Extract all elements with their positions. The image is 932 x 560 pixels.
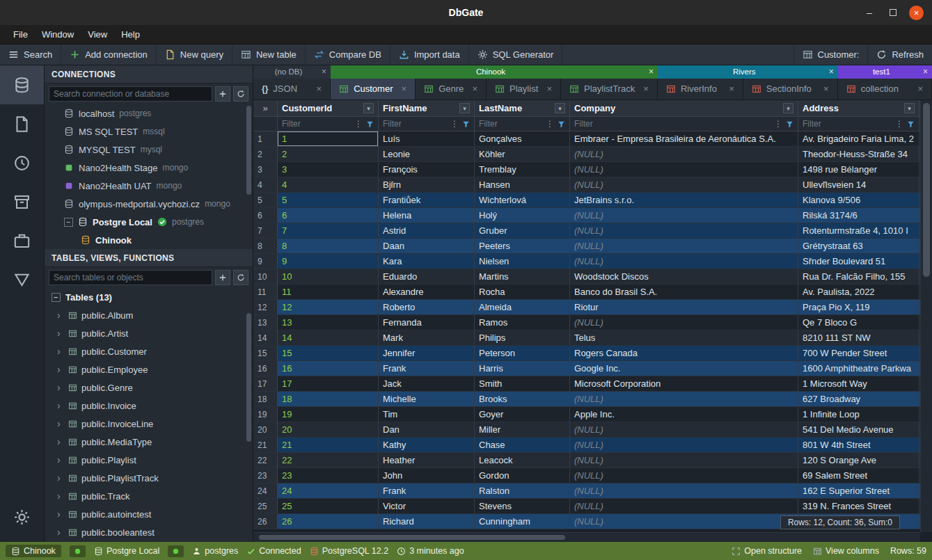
chevron-right-icon[interactable]: › bbox=[57, 509, 64, 520]
cell-customerid[interactable]: 15 bbox=[278, 346, 379, 360]
cell-firstname[interactable]: Frank bbox=[379, 483, 475, 498]
filter-input-customerid[interactable]: Filter⋮ bbox=[278, 117, 379, 131]
table-row[interactable]: 1616FrankHarrisGoogle Inc.1600 Amphithea… bbox=[253, 361, 920, 376]
cell-address[interactable]: 8210 111 ST NW bbox=[798, 330, 919, 345]
tab-playlisttrack[interactable]: PlaylistTrack× bbox=[561, 79, 658, 99]
tab-json[interactable]: {}JSON× bbox=[253, 79, 331, 99]
filter-menu-icon[interactable]: ⋮ bbox=[895, 119, 903, 129]
expand-columns-button[interactable]: » bbox=[253, 100, 278, 116]
chevron-right-icon[interactable]: › bbox=[57, 454, 64, 465]
cell-firstname[interactable]: Jennifer bbox=[379, 346, 475, 360]
table-row[interactable]: 1212RobertoAlmeidaRioturPraça Pio X, 119 bbox=[253, 300, 920, 315]
cell-lastname[interactable]: Köhler bbox=[475, 147, 570, 161]
close-button[interactable]: × bbox=[909, 6, 924, 20]
cell-lastname[interactable]: Gruber bbox=[475, 223, 570, 238]
cell-firstname[interactable]: Heather bbox=[379, 453, 475, 467]
cell-address[interactable]: 120 S Orange Ave bbox=[798, 453, 919, 467]
cell-firstname[interactable]: Frantiůek bbox=[379, 193, 475, 207]
cell-customerid[interactable]: 12 bbox=[278, 300, 379, 314]
cell-customerid[interactable]: 11 bbox=[278, 285, 379, 299]
connections-scrollbar[interactable] bbox=[246, 106, 251, 195]
cell-company[interactable]: JetBrains s.r.o. bbox=[570, 193, 798, 207]
cell-address[interactable]: 700 W Pender Street bbox=[798, 346, 919, 360]
table-item-public-invoiceline[interactable]: ›public.InvoiceLine bbox=[45, 415, 253, 433]
cell-lastname[interactable]: Peterson bbox=[475, 346, 570, 360]
table-item-public-booleantest[interactable]: ›public.booleantest bbox=[45, 523, 253, 541]
toolbar-compare-db-button[interactable]: Compare DB bbox=[306, 45, 390, 65]
cell-company[interactable]: (NULL) bbox=[570, 483, 798, 498]
table-item-public-playlisttrack[interactable]: ›public.PlaylistTrack bbox=[45, 469, 253, 487]
cell-firstname[interactable]: Helena bbox=[379, 208, 475, 223]
table-row[interactable]: 1414MarkPhilipsTelus8210 111 ST NW bbox=[253, 330, 920, 346]
connection-postgre-local[interactable]: −Postgre Localpostgres bbox=[45, 213, 253, 231]
column-header-customerid[interactable]: CustomerId▾ bbox=[278, 100, 379, 116]
column-header-firstname[interactable]: FirstName▾ bbox=[379, 100, 475, 116]
cell-firstname[interactable]: Jack bbox=[379, 376, 475, 391]
close-icon[interactable]: × bbox=[643, 83, 649, 94]
table-item-public-invoice[interactable]: ›public.Invoice bbox=[45, 397, 253, 415]
rail-filters-button[interactable] bbox=[0, 260, 44, 299]
table-row[interactable]: 1313FernandaRamos(NULL)Qe 7 Bloco G bbox=[253, 315, 920, 330]
add-table-mini-button[interactable] bbox=[215, 270, 230, 285]
toolbar-new-table-button[interactable]: New table bbox=[232, 45, 306, 65]
filter-menu-icon[interactable]: ⋮ bbox=[546, 119, 554, 129]
cell-customerid[interactable]: 19 bbox=[278, 407, 379, 422]
cell-firstname[interactable]: Kathy bbox=[379, 438, 475, 452]
cell-address[interactable]: Rilská 3174/6 bbox=[798, 208, 919, 223]
rail-history-button[interactable] bbox=[0, 143, 44, 182]
menu-view[interactable]: View bbox=[81, 27, 113, 42]
cell-company[interactable]: (NULL) bbox=[570, 147, 798, 161]
cell-address[interactable]: Rotenturmstraße 4, 1010 I bbox=[798, 223, 919, 238]
tab-sectioninfo[interactable]: SectionInfo× bbox=[743, 79, 838, 99]
connection-chinook[interactable]: Chinook bbox=[45, 231, 253, 249]
tab-riverinfo[interactable]: RiverInfo× bbox=[658, 79, 743, 99]
toolbar-search-button[interactable]: Search bbox=[0, 45, 61, 65]
minimize-button[interactable]: – bbox=[862, 5, 877, 20]
cell-customerid[interactable]: 13 bbox=[278, 315, 379, 330]
cell-lastname[interactable]: Almeida bbox=[475, 300, 570, 314]
cell-address[interactable]: 69 Salem Street bbox=[798, 468, 919, 483]
table-item-public-mediatype[interactable]: ›public.MediaType bbox=[45, 433, 253, 451]
cell-customerid[interactable]: 25 bbox=[278, 499, 379, 513]
cell-address[interactable]: Sřnder Boulevard 51 bbox=[798, 254, 919, 269]
toolbar-import-data-button[interactable]: Import data bbox=[390, 45, 469, 65]
cell-customerid[interactable]: 2 bbox=[278, 147, 379, 161]
cell-company[interactable]: (NULL) bbox=[570, 239, 798, 253]
filter-input-company[interactable]: Filter⋮ bbox=[570, 117, 798, 131]
cell-firstname[interactable]: Eduardo bbox=[379, 269, 475, 284]
horizontal-scrollbar[interactable] bbox=[253, 532, 920, 542]
cell-lastname[interactable]: Philips bbox=[475, 330, 570, 345]
horizontal-scrollbar-thumb[interactable] bbox=[259, 535, 565, 540]
chevron-right-icon[interactable]: › bbox=[57, 400, 64, 411]
cell-customerid[interactable]: 3 bbox=[278, 162, 379, 177]
cell-address[interactable]: 801 W 4th Street bbox=[798, 438, 919, 452]
filter-menu-icon[interactable]: ⋮ bbox=[450, 119, 459, 129]
cell-company[interactable]: (NULL) bbox=[570, 162, 798, 177]
cell-lastname[interactable]: Peeters bbox=[475, 239, 570, 253]
cell-customerid[interactable]: 10 bbox=[278, 269, 379, 284]
cell-company[interactable]: (NULL) bbox=[570, 453, 798, 467]
close-icon[interactable]: × bbox=[649, 67, 654, 77]
tab-group-header[interactable]: Chinook× bbox=[331, 65, 658, 79]
close-icon[interactable]: × bbox=[402, 83, 407, 94]
close-icon[interactable]: × bbox=[829, 67, 834, 77]
cell-lastname[interactable]: Goyer bbox=[475, 407, 570, 422]
tab-playlist[interactable]: Playlist× bbox=[487, 79, 561, 99]
cell-customerid[interactable]: 7 bbox=[278, 223, 379, 238]
cell-customerid[interactable]: 18 bbox=[278, 392, 379, 406]
refresh-tables-button[interactable] bbox=[233, 270, 248, 285]
cell-customerid[interactable]: 9 bbox=[278, 254, 379, 269]
cell-address[interactable]: Rua Dr. Falcão Filho, 155 bbox=[798, 269, 919, 284]
cell-customerid[interactable]: 22 bbox=[278, 453, 379, 467]
table-row[interactable]: 88DaanPeeters(NULL)Grétrystraat 63 bbox=[253, 239, 920, 254]
toolbar-sql-generator-button[interactable]: SQL Generator bbox=[469, 45, 563, 65]
close-icon[interactable]: × bbox=[923, 67, 928, 77]
table-item-public-playlist[interactable]: ›public.Playlist bbox=[45, 451, 253, 469]
chevron-right-icon[interactable]: › bbox=[57, 310, 64, 321]
cell-address[interactable]: 1600 Amphitheatre Parkwa bbox=[798, 361, 919, 376]
close-icon[interactable]: × bbox=[823, 83, 829, 94]
cell-company[interactable]: (NULL) bbox=[570, 223, 798, 238]
cell-customerid[interactable]: 23 bbox=[278, 468, 379, 483]
cell-lastname[interactable]: Hansen bbox=[475, 177, 570, 192]
cell-company[interactable]: Banco do Brasil S.A. bbox=[570, 285, 798, 299]
